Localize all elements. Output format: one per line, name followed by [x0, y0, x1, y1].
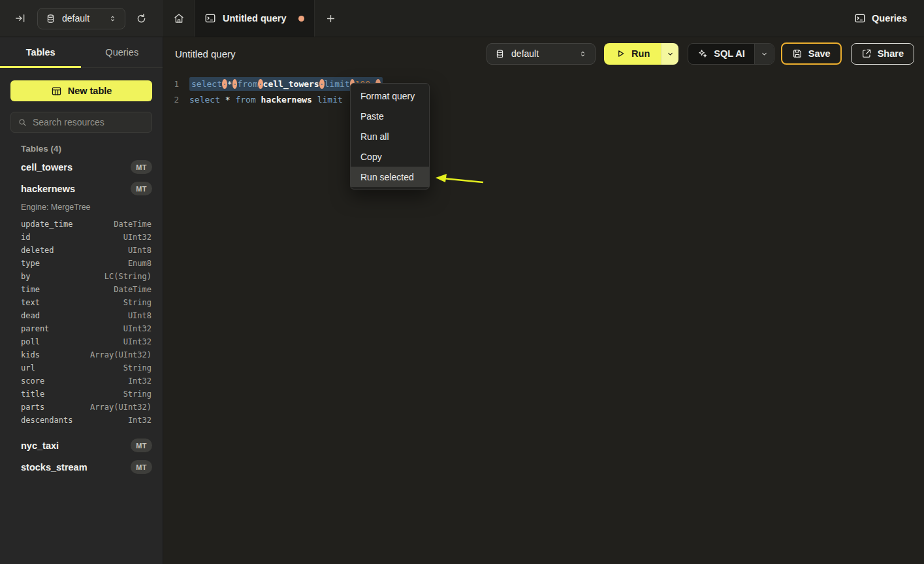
- table-name: nyc_taxi: [21, 440, 59, 451]
- column-type: String: [123, 298, 151, 307]
- column-row[interactable]: parts Array(UInt32): [0, 401, 163, 414]
- collapse-sidebar-button[interactable]: [14, 12, 26, 24]
- column-type: Enum8: [128, 259, 151, 268]
- column-name: parent: [21, 324, 49, 333]
- sql-token: *: [225, 95, 231, 105]
- sql-token: [256, 95, 261, 105]
- list-gap: [0, 427, 163, 435]
- column-row[interactable]: type Enum8: [0, 257, 163, 270]
- run-options-button[interactable]: [661, 43, 678, 65]
- column-name: update_time: [21, 220, 72, 229]
- table-row-cell-towers[interactable]: cell_towers MT: [0, 156, 163, 178]
- query-toolbar: Untitled query default Run SQL AI: [163, 37, 924, 70]
- query-terminal-icon: [204, 12, 216, 24]
- database-selector[interactable]: default: [37, 8, 125, 29]
- column-type: Int32: [128, 376, 151, 386]
- context-menu-item[interactable]: Paste: [351, 106, 429, 126]
- column-name: deleted: [21, 246, 54, 255]
- sql-token: *: [227, 79, 232, 89]
- column-type: Array(UInt32): [90, 350, 151, 359]
- line-number: 2: [170, 95, 179, 105]
- column-row[interactable]: title String: [0, 388, 163, 401]
- sql-token: limit: [325, 79, 350, 89]
- new-table-button[interactable]: New table: [10, 80, 152, 101]
- column-row[interactable]: parent UInt32: [0, 322, 163, 335]
- sql-token: [312, 95, 317, 105]
- topbar-left-section: default: [0, 0, 163, 37]
- tab-untitled-query[interactable]: Untitled query: [194, 0, 315, 37]
- sql-ai-button[interactable]: SQL AI: [688, 44, 754, 64]
- chevron-down-icon: [760, 50, 769, 58]
- column-type: DateTime: [114, 220, 151, 229]
- column-row[interactable]: descendants Int32: [0, 414, 163, 427]
- save-button[interactable]: Save: [781, 42, 842, 65]
- column-row[interactable]: id UInt32: [0, 231, 163, 244]
- tab-label: Untitled query: [223, 13, 292, 24]
- context-menu-item[interactable]: Copy: [351, 146, 429, 167]
- main-area: Untitled query default Run SQL AI: [163, 37, 924, 564]
- database-selector-value: default: [62, 13, 102, 24]
- column-type: UInt32: [123, 324, 151, 333]
- column-row[interactable]: deleted UInt8: [0, 244, 163, 257]
- share-icon: [861, 48, 872, 59]
- sql-ai-options-button[interactable]: [754, 44, 774, 64]
- column-row[interactable]: update_time DateTime: [0, 218, 163, 231]
- sql-token: from: [235, 95, 255, 105]
- column-name: by: [21, 272, 30, 281]
- column-row[interactable]: poll UInt32: [0, 335, 163, 348]
- database-icon: [495, 49, 505, 59]
- column-type: LC(String): [104, 272, 151, 281]
- column-name: score: [21, 376, 44, 386]
- share-button-label: Share: [878, 48, 904, 59]
- table-name: hackernews: [21, 184, 75, 194]
- sql-token: [220, 95, 225, 105]
- sql-token: cell_towers: [263, 79, 319, 89]
- search-icon: [18, 118, 27, 127]
- column-name: parts: [21, 403, 44, 412]
- queries-button-label: Queries: [872, 13, 907, 24]
- code-line-1[interactable]: 1 select·*·from·cell_towers·limit·100;·: [163, 76, 924, 91]
- table-name: stocks_stream: [21, 462, 88, 473]
- tab-tables[interactable]: Tables: [0, 37, 82, 67]
- context-menu-item[interactable]: Run selected: [351, 167, 429, 187]
- sql-console-app: default Untitled query Queries Tables Qu…: [0, 0, 924, 564]
- share-button[interactable]: Share: [851, 43, 914, 65]
- table-row-hackernews[interactable]: hackernews MT: [0, 178, 163, 199]
- sql-token: select: [191, 79, 222, 89]
- arrow-icon: [434, 170, 486, 187]
- sql-token: hackernews: [261, 95, 312, 105]
- engine-badge: MT: [131, 439, 152, 452]
- home-button[interactable]: [163, 0, 194, 37]
- context-menu-item[interactable]: Run all: [351, 126, 429, 146]
- column-type: String: [123, 363, 151, 373]
- context-menu-item[interactable]: Format query: [351, 86, 429, 106]
- column-row[interactable]: url String: [0, 361, 163, 374]
- column-name: time: [21, 285, 40, 294]
- tab-queries[interactable]: Queries: [82, 37, 163, 67]
- new-tab-button[interactable]: [315, 0, 346, 37]
- queries-button[interactable]: Queries: [854, 0, 907, 37]
- table-row-stocks-stream[interactable]: stocks_stream MT: [0, 456, 163, 478]
- table-row-nyc-taxi[interactable]: nyc_taxi MT: [0, 435, 163, 456]
- column-name: text: [21, 298, 40, 307]
- query-database-selector[interactable]: default: [486, 43, 596, 65]
- chevron-updown-icon: [108, 14, 117, 23]
- column-row[interactable]: time DateTime: [0, 283, 163, 296]
- column-row[interactable]: by LC(String): [0, 270, 163, 283]
- column-type: Array(UInt32): [90, 403, 151, 412]
- annotation-arrow: [434, 170, 486, 190]
- search-input[interactable]: [33, 117, 145, 127]
- column-row[interactable]: score Int32: [0, 374, 163, 388]
- column-row[interactable]: text String: [0, 296, 163, 309]
- new-table-label: New table: [68, 86, 112, 96]
- run-button[interactable]: Run: [604, 43, 661, 65]
- sql-editor[interactable]: 1 select·*·from·cell_towers·limit·100;· …: [163, 70, 924, 107]
- home-icon: [173, 12, 185, 24]
- active-tab-underline: [0, 66, 81, 68]
- editor-context-menu: Format query Paste Run all Copy Run sele…: [350, 83, 430, 190]
- refresh-button[interactable]: [135, 12, 148, 25]
- code-line-2[interactable]: 2 select * from hackernews limit: [163, 91, 924, 107]
- column-row[interactable]: kids Array(UInt32): [0, 348, 163, 361]
- column-row[interactable]: dead UInt8: [0, 309, 163, 322]
- column-name: dead: [21, 311, 40, 320]
